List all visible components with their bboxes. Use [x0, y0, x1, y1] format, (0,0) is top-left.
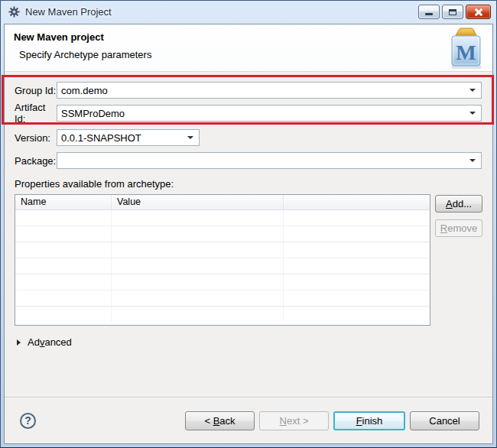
table-row	[15, 307, 430, 323]
group-id-row: Group Id: com.demo	[15, 82, 482, 99]
window-controls	[418, 5, 491, 19]
finish-button[interactable]: Finish	[333, 411, 405, 430]
advanced-toggle[interactable]: Advanced	[17, 336, 492, 348]
properties-section: Name Value Add...	[15, 194, 482, 326]
table-row	[15, 242, 430, 258]
dropdown-arrow-icon[interactable]	[187, 136, 193, 139]
advanced-label: Advanced	[28, 336, 72, 348]
properties-table[interactable]: Name Value	[15, 194, 430, 326]
version-value[interactable]: 0.0.1-SNAPSHOT	[61, 132, 141, 144]
table-row	[15, 274, 430, 291]
cancel-button[interactable]: Cancel	[410, 411, 479, 430]
help-icon: ?	[24, 414, 31, 427]
column-header-value[interactable]: Value	[112, 195, 284, 209]
minimize-button[interactable]	[418, 5, 440, 19]
minimize-icon	[425, 13, 433, 15]
back-button[interactable]: < Back	[185, 411, 255, 430]
artifact-id-combo[interactable]: SSMProDemo	[57, 105, 482, 122]
artifact-id-row: Artifact Id: SSMProDemo	[15, 105, 482, 122]
package-label: Package:	[15, 155, 57, 167]
next-button[interactable]: Next >	[259, 411, 329, 430]
maven-logo-letter: M	[456, 41, 476, 64]
package-combo[interactable]	[57, 152, 482, 169]
dropdown-arrow-icon[interactable]	[469, 112, 476, 115]
maximize-button[interactable]	[442, 5, 463, 19]
wizard-footer: ? < Back Next > Finish Cancel	[5, 397, 492, 443]
column-header-name[interactable]: Name	[15, 195, 112, 209]
artifact-id-label: Artifact Id:	[15, 102, 57, 125]
page-subtitle: Specify Archetype parameters	[19, 49, 151, 60]
version-label: Version:	[15, 132, 57, 144]
group-id-value[interactable]: com.demo	[61, 85, 108, 96]
table-side-buttons: Add... Remove	[435, 194, 482, 237]
artifact-id-value[interactable]: SSMProDemo	[61, 108, 125, 119]
new-wizard-gear-icon	[8, 6, 20, 18]
version-row: Version: 0.0.1-SNAPSHOT	[15, 129, 482, 146]
page-title: New Maven project	[14, 31, 104, 43]
dropdown-arrow-icon[interactable]	[469, 159, 476, 162]
maximize-icon	[449, 9, 456, 15]
version-combo[interactable]: 0.0.1-SNAPSHOT	[57, 129, 200, 146]
help-button[interactable]: ?	[20, 413, 36, 429]
group-id-combo[interactable]: com.demo	[57, 82, 482, 99]
properties-label: Properties available from archetype:	[15, 178, 482, 190]
wizard-dialog: New Maven project Specify Archetype para…	[4, 24, 493, 444]
properties-table-header: Name Value	[15, 195, 430, 210]
table-row	[15, 210, 430, 226]
table-row	[15, 258, 430, 274]
properties-table-body[interactable]	[15, 210, 430, 325]
new-maven-project-window: New Maven Project New Maven project Spec…	[0, 0, 497, 448]
expand-arrow-icon	[17, 339, 21, 346]
footer-buttons: < Back Next > Finish Cancel	[185, 411, 479, 430]
window-titlebar[interactable]: New Maven Project	[4, 1, 493, 23]
close-button[interactable]	[466, 5, 491, 19]
add-button[interactable]: Add...	[435, 195, 482, 213]
remove-button[interactable]: Remove	[435, 219, 482, 237]
wizard-header: New Maven project Specify Archetype para…	[5, 24, 492, 72]
window-title: New Maven Project	[25, 6, 112, 18]
group-id-label: Group Id:	[15, 85, 57, 96]
package-row: Package:	[15, 152, 482, 169]
wizard-content: Group Id: com.demo Artifact Id: SSMProDe…	[5, 72, 492, 397]
maven-logo-icon: M	[446, 26, 486, 70]
close-icon	[474, 8, 482, 16]
table-row	[15, 291, 430, 307]
column-header-extra[interactable]	[284, 195, 430, 209]
dropdown-arrow-icon[interactable]	[469, 89, 476, 92]
table-row	[15, 226, 430, 242]
